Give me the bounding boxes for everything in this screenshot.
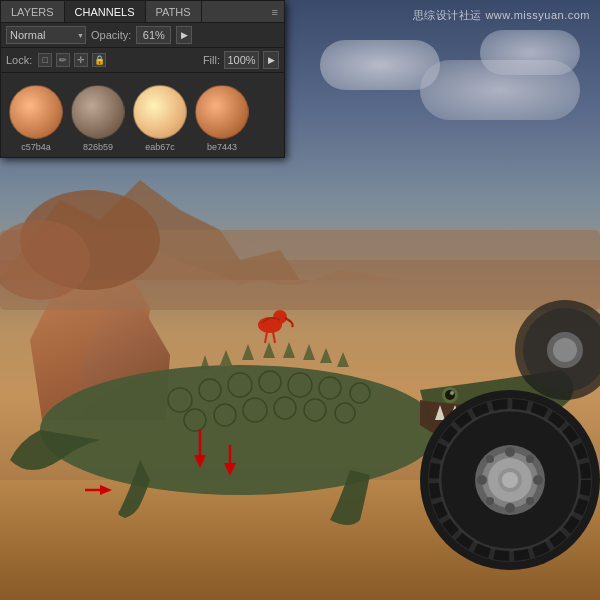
swatch-item-3[interactable]: be7443 [195, 85, 249, 152]
svg-marker-32 [303, 344, 315, 360]
svg-marker-33 [320, 348, 332, 363]
opacity-arrow[interactable]: ▶ [176, 26, 192, 44]
swatch-color-3[interactable] [195, 85, 249, 139]
svg-marker-29 [242, 344, 254, 360]
lock-icon-move[interactable]: ✛ [74, 53, 88, 67]
swatch-color-0[interactable] [9, 85, 63, 139]
svg-point-26 [450, 391, 454, 395]
panel-menu-icon[interactable]: ≡ [266, 3, 284, 21]
lock-icon-checkbox[interactable]: □ [38, 53, 52, 67]
svg-point-47 [526, 455, 534, 463]
photoshop-panel: LAYERS CHANNELS PATHS ≡ Normal Multiply … [0, 0, 285, 158]
tab-layers[interactable]: LAYERS [1, 1, 65, 22]
lock-icon-paint[interactable]: ✏ [56, 53, 70, 67]
fill-arrow[interactable]: ▶ [263, 51, 279, 69]
tabs-row: LAYERS CHANNELS PATHS ≡ [1, 1, 284, 23]
svg-point-55 [553, 338, 577, 362]
swatch-label-2: eab67c [145, 142, 175, 152]
svg-line-58 [265, 332, 267, 343]
swatch-label-0: c57b4a [21, 142, 51, 152]
opacity-input[interactable] [136, 26, 171, 44]
svg-point-5 [40, 365, 440, 495]
tab-paths[interactable]: PATHS [146, 1, 202, 22]
svg-line-59 [273, 332, 275, 343]
swatch-item-0[interactable]: c57b4a [9, 85, 63, 152]
lock-row: Lock: □ ✏ ✛ 🔒 Fill: ▶ [1, 48, 284, 73]
blend-mode-select[interactable]: Normal Multiply Screen [6, 26, 86, 44]
svg-point-57 [273, 310, 287, 324]
svg-marker-28 [220, 350, 232, 365]
svg-point-45 [533, 475, 543, 485]
svg-point-43 [505, 503, 515, 513]
svg-marker-65 [100, 485, 112, 495]
svg-marker-34 [337, 352, 349, 367]
svg-marker-31 [283, 342, 295, 358]
svg-point-51 [502, 472, 518, 488]
svg-point-44 [477, 475, 487, 485]
svg-point-46 [486, 455, 494, 463]
tab-channels[interactable]: CHANNELS [65, 1, 146, 22]
blend-mode-wrapper[interactable]: Normal Multiply Screen [6, 26, 86, 44]
svg-point-25 [445, 390, 455, 400]
swatch-label-1: 826b59 [83, 142, 113, 152]
swatch-item-1[interactable]: 826b59 [71, 85, 125, 152]
swatch-label-3: be7443 [207, 142, 237, 152]
lock-icon-lock[interactable]: 🔒 [92, 53, 106, 67]
svg-marker-27 [200, 355, 210, 370]
swatch-color-1[interactable] [71, 85, 125, 139]
controls-row: Normal Multiply Screen Opacity: ▶ [1, 23, 284, 48]
swatch-color-2[interactable] [133, 85, 187, 139]
svg-marker-30 [263, 342, 275, 358]
lock-label: Lock: [6, 54, 32, 66]
svg-point-48 [486, 497, 494, 505]
swatch-item-2[interactable]: eab67c [133, 85, 187, 152]
svg-point-49 [526, 497, 534, 505]
watermark: 思综设计社运 www.missyuan.com [413, 8, 590, 23]
svg-point-42 [505, 447, 515, 457]
fill-input[interactable] [224, 51, 259, 69]
swatches-row: c57b4a826b59eab67cbe7443 [1, 73, 284, 157]
fill-label: Fill: [203, 54, 220, 66]
opacity-label: Opacity: [91, 29, 131, 41]
